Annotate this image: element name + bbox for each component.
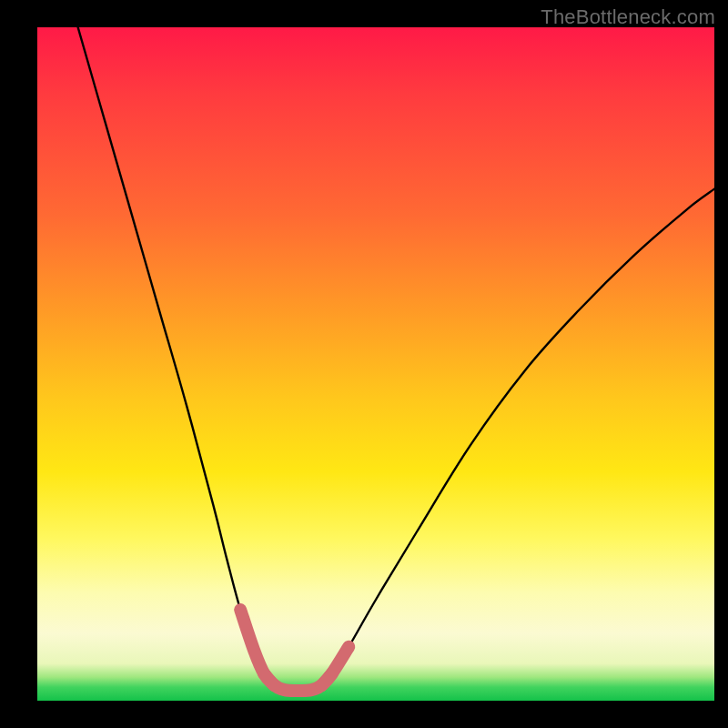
right-branch-highlight: [321, 647, 349, 685]
right-branch-path: [321, 189, 714, 685]
curve-layer: [37, 27, 714, 701]
watermark-text: TheBottleneck.com: [541, 5, 715, 29]
plot-area: [37, 27, 714, 701]
left-branch-path: [78, 27, 275, 685]
left-branch-highlight: [240, 610, 274, 685]
chart-frame: TheBottleneck.com: [0, 0, 728, 728]
